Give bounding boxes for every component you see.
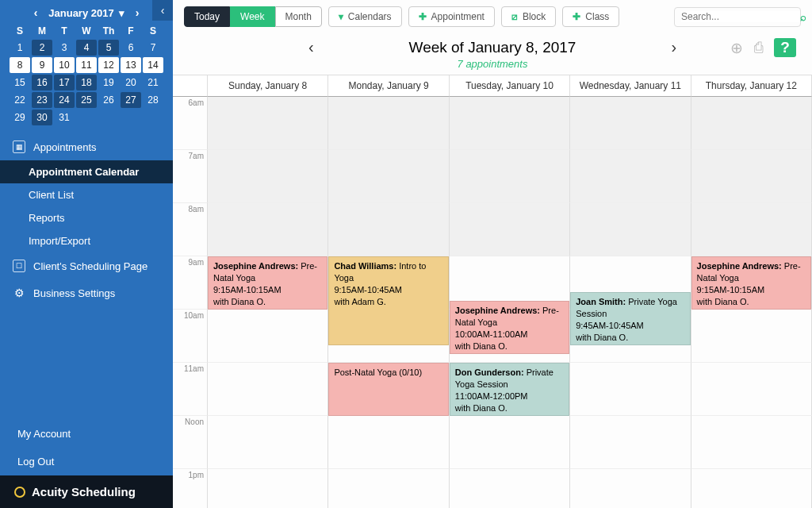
mini-cal-day[interactable]: 8 (10, 57, 30, 73)
day-column-header: Sunday, January 8 (208, 75, 328, 97)
mini-cal-day[interactable]: 20 (121, 75, 141, 90)
hour-cell[interactable] (450, 150, 570, 203)
hour-cell[interactable] (208, 310, 328, 363)
mini-cal-day[interactable]: 5 (98, 40, 119, 56)
mini-cal-day[interactable]: 4 (76, 40, 97, 56)
mini-cal-day[interactable]: 29 (10, 110, 30, 125)
mini-cal-day[interactable]: 26 (98, 92, 119, 108)
mini-cal-day[interactable]: 12 (98, 57, 119, 73)
mini-cal-day[interactable]: 7 (143, 40, 163, 56)
mini-cal-day[interactable]: 18 (76, 75, 97, 90)
hour-cell[interactable] (328, 416, 449, 469)
hour-cell[interactable] (691, 150, 812, 203)
calendar-grid: Sunday, January 8Monday, January 9Tuesda… (173, 75, 812, 508)
mini-cal-day[interactable]: 21 (143, 75, 163, 90)
mini-cal-day[interactable]: 11 (76, 57, 97, 73)
search-input[interactable] (681, 11, 800, 22)
hour-cell[interactable] (450, 97, 570, 150)
nav-sub-item[interactable]: Appointment Calendar (0, 160, 173, 183)
hour-cell[interactable] (328, 203, 449, 256)
view-segment: Today Week Month (184, 6, 322, 27)
hour-cell[interactable] (570, 203, 691, 256)
hour-cell[interactable] (208, 203, 328, 256)
hour-cell[interactable] (208, 469, 328, 508)
hour-cell[interactable] (570, 416, 691, 469)
calendar-event[interactable]: Don Gunderson: Private Yoga Session11:00… (450, 363, 569, 416)
hour-cell[interactable] (691, 97, 812, 150)
zoom-icon[interactable]: ⊕ (730, 39, 743, 57)
calendar-event[interactable]: Josephine Andrews: Pre-Natal Yoga9:15AM-… (691, 256, 811, 310)
calendar-event[interactable]: Josephine Andrews: Pre-Natal Yoga10:00AM… (450, 301, 569, 354)
mini-cal-day[interactable]: 10 (54, 57, 75, 73)
hour-cell[interactable] (691, 469, 812, 508)
mini-cal-day[interactable]: 14 (143, 57, 163, 73)
mini-cal-day[interactable]: 24 (54, 92, 75, 108)
mini-cal-day[interactable]: 25 (76, 92, 97, 108)
hour-cell[interactable] (450, 416, 570, 469)
hour-cell[interactable] (691, 203, 812, 256)
mini-cal-day[interactable]: 9 (32, 57, 52, 73)
hour-cell[interactable] (570, 363, 691, 416)
calendar-event[interactable]: Post-Natal Yoga (0/10) (328, 363, 448, 416)
prev-week-button[interactable]: ‹ (308, 38, 314, 56)
week-button[interactable]: Week (230, 6, 274, 27)
mini-cal-day[interactable]: 15 (10, 75, 30, 90)
log-out-link[interactable]: Log Out (0, 448, 173, 475)
month-button[interactable]: Month (275, 6, 322, 27)
mini-cal-day[interactable]: 3 (54, 40, 75, 56)
hour-cell[interactable] (570, 469, 691, 508)
mini-cal-day[interactable]: 17 (54, 75, 75, 90)
hour-cell[interactable] (691, 310, 812, 363)
hour-cell[interactable] (570, 150, 691, 203)
collapse-sidebar-button[interactable]: ‹ (152, 0, 173, 21)
hour-label: 8am (173, 203, 208, 256)
month-picker[interactable]: January 2017 ▾ (48, 7, 124, 19)
mini-cal-day[interactable]: 22 (10, 92, 30, 108)
next-month-icon[interactable]: › (136, 6, 140, 19)
hour-cell[interactable] (450, 469, 570, 508)
prev-month-icon[interactable]: ‹ (34, 6, 38, 19)
hour-cell[interactable] (450, 203, 570, 256)
hour-cell[interactable] (570, 97, 691, 150)
nav-sub-item[interactable]: Reports (0, 206, 173, 229)
mini-cal-day[interactable]: 2 (32, 40, 52, 56)
hour-cell[interactable] (691, 416, 812, 469)
mini-cal-day[interactable]: 1 (10, 40, 30, 56)
calendar-event[interactable]: Chad Williams: Intro to Yoga9:15AM-10:45… (328, 256, 448, 345)
new-appointment-button[interactable]: ✚Appointment (408, 6, 495, 27)
help-button[interactable]: ? (774, 38, 796, 57)
hour-cell[interactable] (328, 97, 449, 150)
new-class-button[interactable]: ✚Class (562, 6, 619, 27)
nav-clients-scheduling-page[interactable]: ☐ Client's Scheduling Page (0, 252, 173, 279)
hour-cell[interactable] (208, 97, 328, 150)
hour-cell[interactable] (328, 469, 449, 508)
calendar-event[interactable]: Joan Smith: Private Yoga Session9:45AM-1… (570, 292, 690, 345)
hour-cell[interactable] (208, 150, 328, 203)
next-week-button[interactable]: › (671, 38, 676, 56)
nav-sub-item[interactable]: Import/Export (0, 229, 173, 252)
mini-cal-day[interactable]: 28 (143, 92, 163, 108)
new-block-button[interactable]: ⧄Block (501, 6, 556, 27)
nav-appointments[interactable]: ▦ Appointments (0, 133, 173, 160)
calendar-event[interactable]: Josephine Andrews: Pre-Natal Yoga9:15AM-… (208, 256, 327, 310)
print-icon[interactable]: ⎙ (754, 39, 763, 56)
mini-cal-day[interactable]: 13 (121, 57, 141, 73)
nav-sub-item[interactable]: Client List (0, 183, 173, 206)
mini-cal-day[interactable]: 19 (98, 75, 119, 90)
today-button[interactable]: Today (184, 6, 230, 27)
hour-cell[interactable] (328, 150, 449, 203)
mini-cal-day[interactable]: 30 (32, 110, 52, 125)
mini-cal-day[interactable]: 16 (32, 75, 52, 90)
my-account-link[interactable]: My Account (0, 420, 173, 448)
block-icon: ⧄ (511, 11, 518, 22)
mini-cal-day[interactable]: 23 (32, 92, 52, 108)
hour-cell[interactable] (208, 416, 328, 469)
calendars-filter-button[interactable]: ▾Calendars (328, 6, 402, 27)
mini-cal-day[interactable]: 27 (121, 92, 141, 108)
mini-cal-day[interactable]: 6 (121, 40, 141, 56)
search-box[interactable]: ⌕ (674, 7, 801, 27)
mini-cal-day[interactable]: 31 (54, 110, 75, 125)
hour-cell[interactable] (691, 363, 812, 416)
hour-cell[interactable] (208, 363, 328, 416)
nav-business-settings[interactable]: ⚙ Business Settings (0, 279, 173, 306)
